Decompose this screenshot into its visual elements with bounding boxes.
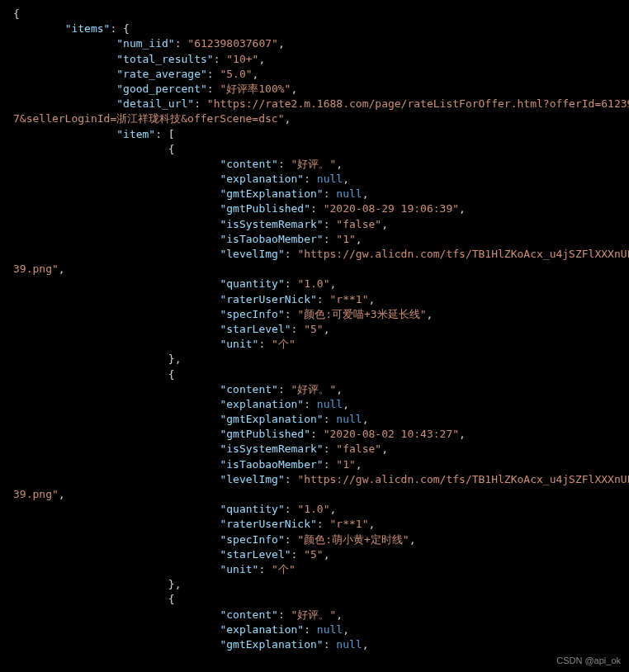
json-view: { "items": { "num_iid": "612398037607", … bbox=[13, 7, 616, 652]
watermark: CSDN @api_ok bbox=[556, 655, 621, 659]
